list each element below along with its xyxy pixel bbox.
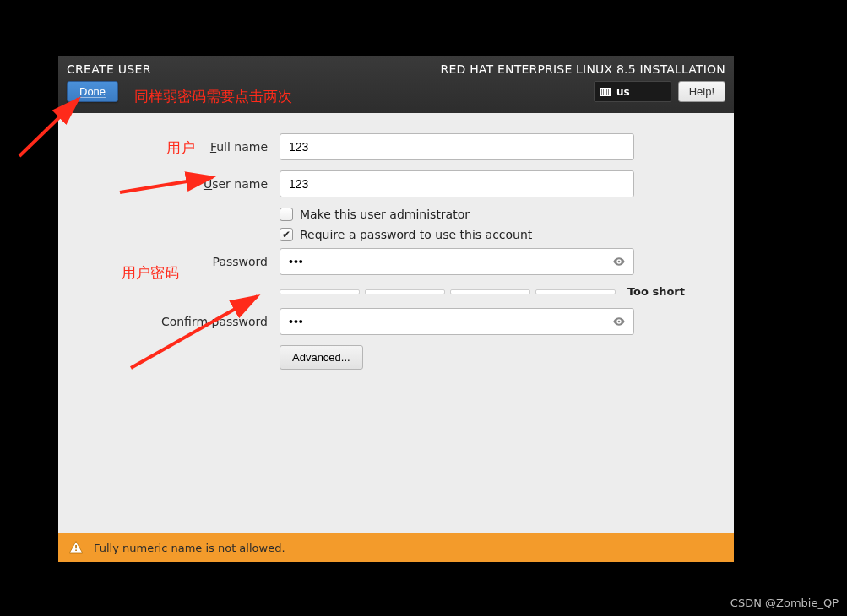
confirm-password-input[interactable] (280, 308, 634, 335)
confirm-password-row: Confirm password (58, 308, 734, 335)
strength-bar (450, 289, 530, 294)
warning-text: Fully numeric name is not allowed. (94, 542, 285, 554)
strength-bar (365, 289, 445, 294)
installer-title: RED HAT ENTERPRISE LINUX 8.5 INSTALLATIO… (441, 62, 725, 76)
fullname-row: Full name (58, 133, 734, 160)
done-button[interactable]: Done (67, 81, 118, 102)
admin-checkbox[interactable] (280, 208, 293, 221)
admin-checkbox-row: Make this user administrator (280, 208, 734, 221)
keyboard-layout-label: us (616, 86, 630, 98)
advanced-row: Advanced... (280, 345, 734, 370)
fullname-label: Full name (58, 140, 280, 154)
password-strength-row: Too short (280, 285, 685, 298)
username-label: User name (58, 177, 280, 191)
password-input[interactable] (280, 248, 634, 275)
help-button[interactable]: Help! (678, 81, 725, 102)
fullname-input[interactable] (280, 133, 634, 160)
advanced-button[interactable]: Advanced... (280, 345, 363, 370)
username-input[interactable] (280, 170, 634, 197)
keyboard-icon (600, 88, 611, 96)
page-title: CREATE USER (67, 62, 151, 76)
installer-window: CREATE USER Done RED HAT ENTERPRISE LINU… (58, 56, 734, 562)
password-label: Password (58, 255, 280, 268)
header-right: RED HAT ENTERPRISE LINUX 8.5 INSTALLATIO… (441, 62, 725, 113)
header-left: CREATE USER Done (67, 62, 151, 113)
eye-icon[interactable] (612, 315, 626, 328)
strength-bars (280, 289, 616, 294)
header-bar: CREATE USER Done RED HAT ENTERPRISE LINU… (58, 56, 734, 113)
warning-icon: ! (68, 541, 84, 554)
username-row: User name (58, 170, 734, 197)
watermark: CSDN @Zombie_QP (730, 597, 839, 609)
warning-bar: ! Fully numeric name is not allowed. (58, 533, 734, 562)
require-password-label: Require a password to use this account (300, 228, 532, 241)
confirm-password-label: Confirm password (58, 315, 280, 328)
strength-bar (535, 289, 616, 294)
admin-checkbox-label: Make this user administrator (300, 208, 470, 221)
content-area: Full name User name Make this user admin… (58, 113, 734, 533)
strength-bar (280, 289, 360, 294)
svg-text:!: ! (74, 544, 78, 553)
require-password-checkbox[interactable]: ✔ (280, 228, 293, 241)
require-password-row: ✔ Require a password to use this account (280, 228, 734, 241)
strength-text: Too short (627, 285, 685, 298)
eye-icon[interactable] (612, 255, 626, 268)
password-row: Password (58, 248, 734, 275)
keyboard-layout-selector[interactable]: us (594, 81, 671, 102)
